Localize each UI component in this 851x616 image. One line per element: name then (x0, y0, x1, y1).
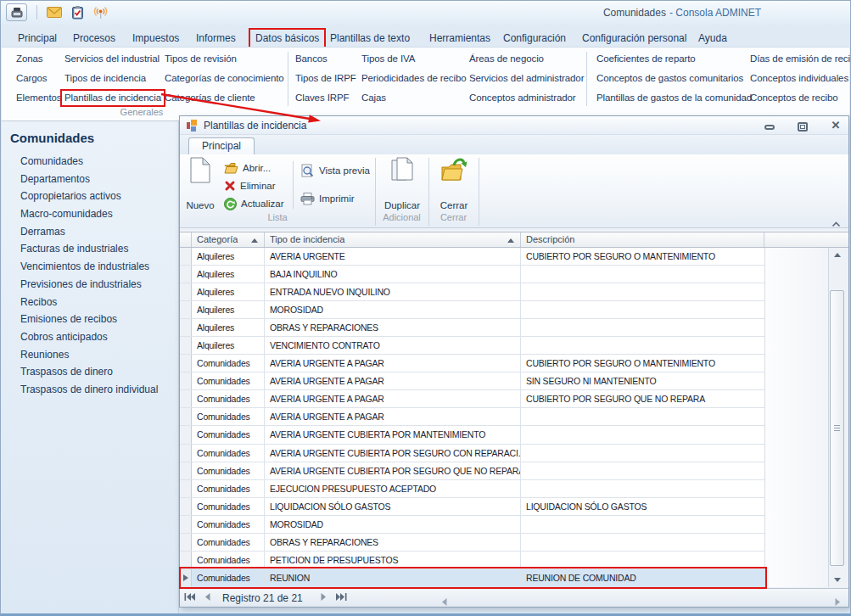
table-row[interactable]: ComunidadesEJECUCION PRESUPUESTO ACEPTAD… (180, 480, 764, 498)
fax-button[interactable] (6, 3, 27, 21)
cell-descripcion[interactable]: LIQUIDACION SÓLO GASTOS (521, 498, 764, 515)
sidebar-item-derramas[interactable]: Derramas (2, 223, 178, 241)
table-row[interactable]: ComunidadesAVERIA URGENTE A PAGARCUBIERT… (180, 355, 764, 372)
table-row[interactable]: ComunidadesAVERIA URGENTE A PAGARCUBIERT… (180, 390, 764, 408)
cell-categoria[interactable]: Alquileres (192, 337, 265, 354)
cell-descripcion[interactable]: CUBIERTO POR SEGURO QUE NO REPARA (521, 390, 764, 407)
ribbon-link-plantillas-gastos-comunidad[interactable]: Plantillas de gastos de la comunidad (596, 88, 752, 108)
nuevo-button[interactable]: Nuevo (183, 157, 217, 211)
hscroll-right-button[interactable] (835, 594, 841, 609)
cerrar-button[interactable]: Cerrar (432, 157, 476, 211)
cell-descripcion[interactable] (521, 408, 764, 425)
ribbon-link-cargos[interactable]: Cargos (16, 69, 61, 88)
cell-tipo[interactable]: AVERIA URGENTE (265, 248, 521, 265)
table-row[interactable]: ComunidadesPETICION DE PRESUPUESTOS (180, 552, 764, 569)
close-button[interactable]: ✕ (830, 120, 842, 132)
menu-plantillas-de-texto[interactable]: Plantillas de texto (326, 30, 414, 47)
menu-datos-basicos[interactable]: Datos básicos (249, 28, 326, 48)
header-categoria[interactable]: Categoría (192, 232, 265, 247)
cell-categoria[interactable]: Alquileres (192, 319, 265, 336)
table-row[interactable]: ComunidadesAVERIA URGENTE CUBIERTA POR S… (180, 445, 764, 462)
nav-first-button[interactable] (184, 593, 195, 601)
cell-categoria[interactable]: Alquileres (192, 266, 265, 283)
ribbon-link-claves-irpf[interactable]: Claves IRPF (295, 88, 356, 108)
sidebar-item-previsiones-industriales[interactable]: Previsiones de industriales (2, 276, 178, 294)
ribbon-link-coeficientes-reparto[interactable]: Coeficientes de reparto (596, 49, 752, 69)
cell-descripcion[interactable] (521, 319, 764, 336)
menu-ayuda[interactable]: Ayuda (694, 30, 731, 47)
cell-categoria[interactable]: Comunidades (192, 372, 265, 389)
ribbon-link-elementos[interactable]: Elementos (16, 88, 61, 108)
cell-categoria[interactable]: Comunidades (192, 480, 265, 497)
table-row[interactable]: ComunidadesLIQUIDACION SÓLO GASTOSLIQUID… (180, 498, 764, 516)
maximize-button[interactable] (797, 120, 809, 132)
cell-categoria[interactable]: Comunidades (192, 552, 265, 568)
broadcast-button[interactable] (93, 6, 108, 20)
tab-principal[interactable]: Principal (188, 137, 255, 154)
cell-tipo[interactable]: VENCIMIENTO CONTRATO (265, 337, 521, 354)
table-row[interactable]: ComunidadesAVERIA URGENTE CUBIERTA POR S… (180, 462, 764, 480)
cell-descripcion[interactable] (521, 552, 764, 568)
sidebar-item-departamentos[interactable]: Departamentos (2, 171, 178, 188)
header-tipo-incidencia[interactable]: Tipo de incidencia (265, 232, 521, 247)
sidebar-item-traspasos-dinero[interactable]: Traspasos de dinero (2, 363, 178, 381)
eliminar-button[interactable]: Eliminar (224, 177, 276, 194)
cell-descripcion[interactable] (521, 534, 764, 551)
table-row[interactable]: AlquileresAVERIA URGENTECUBIERTO POR SEG… (180, 248, 764, 266)
sidebar-item-facturas-industriales[interactable]: Facturas de industriales (2, 240, 178, 258)
cell-categoria[interactable]: Comunidades (192, 408, 265, 425)
menu-informes[interactable]: Informes (192, 30, 240, 47)
cell-categoria[interactable]: Comunidades (192, 445, 265, 462)
cell-tipo[interactable]: AVERIA URGENTE CUBIERTA POR SEGURO QUE N… (265, 462, 521, 479)
cell-categoria[interactable]: Comunidades (192, 426, 265, 443)
ribbon-link-conceptos-gastos-comunitarios[interactable]: Conceptos de gastos comunitarios (596, 69, 752, 88)
ribbon-link-tipos-irpf[interactable]: Tipos de IRPF (295, 69, 356, 88)
cell-descripcion[interactable] (521, 445, 764, 462)
table-row[interactable]: AlquileresOBRAS Y REPARACIONES (180, 319, 764, 337)
ribbon-link-bancos[interactable]: Bancos (295, 49, 356, 69)
nav-next-button[interactable] (321, 593, 327, 601)
ribbon-link-tipos-incidencia[interactable]: Tipos de incidencia (64, 69, 165, 88)
cell-descripcion[interactable] (521, 301, 764, 318)
cell-categoria[interactable]: Alquileres (192, 283, 265, 300)
menu-impuestos[interactable]: Impuestos (128, 30, 183, 47)
sidebar-item-copropietarios-activos[interactable]: Copropietarios activos (2, 188, 178, 205)
mail-button[interactable] (47, 7, 62, 18)
table-row[interactable]: AlquileresMOROSIDAD (180, 301, 764, 319)
table-row[interactable]: AlquileresENTRADA NUEVO INQUILINO (180, 283, 764, 301)
cell-descripcion[interactable]: SIN SEGURO NI MANTENIENTO (521, 372, 764, 389)
cell-descripcion[interactable]: CUBIERTO POR SEGURO O MANTENIMIENTO (521, 355, 764, 372)
ribbon-link-zonas[interactable]: Zonas (16, 49, 61, 69)
cell-tipo[interactable]: OBRAS Y REPARACIONES (265, 319, 521, 336)
cell-categoria[interactable]: Comunidades (192, 462, 265, 479)
minimize-button[interactable] (764, 120, 775, 132)
ribbon-link-tipos-iva[interactable]: Tipos de IVA (361, 49, 467, 69)
ribbon-link-periodicidades-recibo[interactable]: Periodicidades de recibo (361, 69, 467, 88)
menu-herramientas[interactable]: Herramientas (425, 30, 495, 47)
table-row[interactable]: ComunidadesMOROSIDAD (180, 516, 764, 534)
ribbon-link-areas-negocio[interactable]: Áreas de negocio (469, 49, 584, 69)
cell-categoria[interactable]: Comunidades (192, 355, 265, 372)
ribbon-link-plantillas-incidencia[interactable]: Plantillas de incidencia (60, 89, 165, 107)
sidebar-item-traspasos-dinero-individual[interactable]: Traspasos de dinero individual (2, 381, 178, 399)
vertical-scrollbar[interactable] (828, 248, 845, 587)
table-row-selected[interactable]: ComunidadesREUNIONREUNION DE COMUNIDAD (180, 569, 764, 587)
ribbon-link-dias-emision-recibo[interactable]: Días de emisión de recibo (750, 49, 851, 69)
cell-descripcion[interactable]: REUNION DE COMUNIDAD (521, 569, 764, 586)
tasks-button[interactable] (71, 6, 84, 20)
cell-categoria[interactable]: Comunidades (192, 516, 265, 533)
menu-configuracion-personal[interactable]: Configuración personal (578, 30, 691, 47)
actualizar-button[interactable]: Actualizar (224, 195, 284, 212)
cell-tipo[interactable]: OBRAS Y REPARACIONES (265, 534, 521, 551)
sidebar-item-reuniones[interactable]: Reuniones (2, 346, 178, 364)
cell-tipo[interactable]: AVERIA URGENTE A PAGAR (265, 390, 521, 407)
cell-tipo[interactable]: MOROSIDAD (265, 301, 521, 318)
menu-procesos[interactable]: Procesos (69, 30, 120, 47)
cell-descripcion[interactable] (521, 480, 764, 497)
nav-prev-button[interactable] (204, 593, 210, 601)
cell-tipo[interactable]: BAJA INQUILINO (265, 266, 521, 283)
cell-tipo[interactable]: AVERIA URGENTE CUBIERTA POR SEGURO CON R… (265, 445, 521, 462)
ribbon-link-categorias-cliente[interactable]: Categorías de cliente (165, 88, 284, 108)
cell-tipo[interactable]: AVERIA URGENTE CUBIERTA POR MANTENIMIENT… (265, 426, 521, 443)
sidebar-item-recibos[interactable]: Recibos (2, 294, 178, 311)
